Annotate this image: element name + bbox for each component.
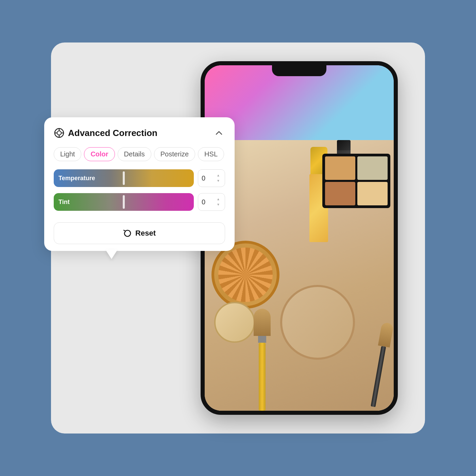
- temperature-thumb[interactable]: [123, 171, 125, 185]
- brush-2: [366, 322, 394, 411]
- collapse-button[interactable]: [213, 127, 225, 139]
- correction-icon: [54, 128, 65, 138]
- brush-1: [252, 309, 272, 411]
- tint-slider-container: Tint 0 ▲ ▼: [54, 193, 225, 211]
- tint-thumb[interactable]: [123, 195, 125, 209]
- tab-color[interactable]: Color: [84, 147, 115, 161]
- tabs-row: Light Color Details Posterize HSL: [54, 147, 225, 161]
- tint-value: 0: [202, 198, 205, 206]
- panel-title-area: Advanced Correction: [54, 128, 157, 138]
- correction-panel: Advanced Correction Light Color Details …: [44, 117, 235, 251]
- main-card: Advanced Correction Light Color Details …: [51, 42, 425, 434]
- tab-posterize[interactable]: Posterize: [154, 147, 195, 161]
- temperature-up-arrow[interactable]: ▲: [215, 173, 221, 178]
- tint-up-arrow[interactable]: ▲: [215, 197, 221, 202]
- bronzer-compact: [211, 241, 279, 309]
- phone-notch: [272, 65, 326, 76]
- tint-stepper[interactable]: ▲ ▼: [215, 197, 221, 207]
- palette: [322, 154, 390, 208]
- temperature-label: Temperature: [58, 175, 95, 182]
- temperature-slider-container: Temperature 0 ▲ ▼: [54, 169, 225, 187]
- panel-header: Advanced Correction: [54, 127, 225, 139]
- temperature-track[interactable]: Temperature: [54, 169, 194, 187]
- temperature-value-box: 0 ▲ ▼: [198, 169, 225, 187]
- svg-point-1: [57, 131, 61, 135]
- temperature-slider-row: Temperature 0 ▲ ▼: [54, 169, 225, 187]
- temperature-value: 0: [202, 174, 205, 182]
- temperature-down-arrow[interactable]: ▼: [215, 178, 221, 183]
- tint-track[interactable]: Tint: [54, 193, 194, 211]
- reset-button-area: Reset: [54, 217, 225, 251]
- small-compact: [214, 302, 255, 343]
- tint-down-arrow[interactable]: ▼: [215, 202, 221, 207]
- tab-light[interactable]: Light: [54, 147, 81, 161]
- reset-button[interactable]: Reset: [54, 222, 225, 244]
- panel-title: Advanced Correction: [68, 128, 157, 138]
- tint-label: Tint: [58, 199, 70, 206]
- tab-hsl[interactable]: HSL: [198, 147, 224, 161]
- panel-tooltip-arrow: [105, 250, 118, 259]
- tint-value-box: 0 ▲ ▼: [198, 193, 225, 211]
- tab-details[interactable]: Details: [118, 147, 151, 161]
- temperature-stepper[interactable]: ▲ ▼: [215, 173, 221, 183]
- reset-icon: [123, 229, 132, 238]
- reset-label: Reset: [135, 229, 156, 238]
- tint-slider-row: Tint 0 ▲ ▼: [54, 193, 225, 211]
- powder-compact: [280, 285, 355, 360]
